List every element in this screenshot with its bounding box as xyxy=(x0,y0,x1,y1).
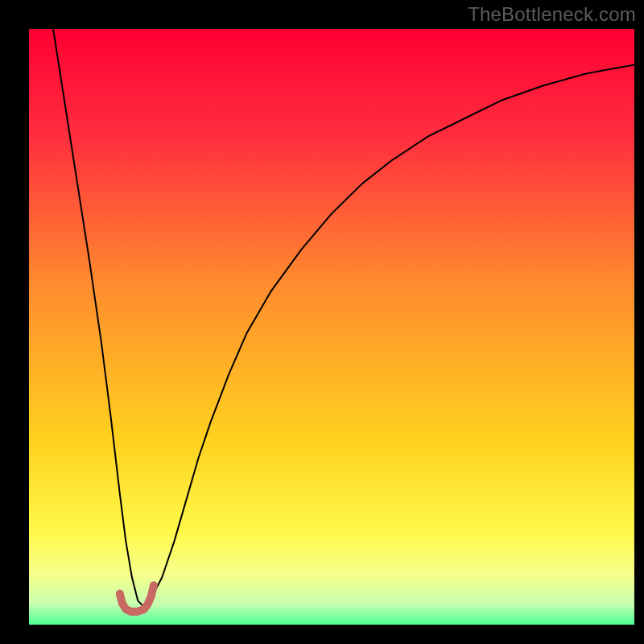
bottleneck-curve xyxy=(29,29,634,625)
chart-frame: TheBottleneck.com xyxy=(0,0,644,644)
plot-area xyxy=(29,29,634,625)
watermark-text: TheBottleneck.com xyxy=(468,3,636,26)
